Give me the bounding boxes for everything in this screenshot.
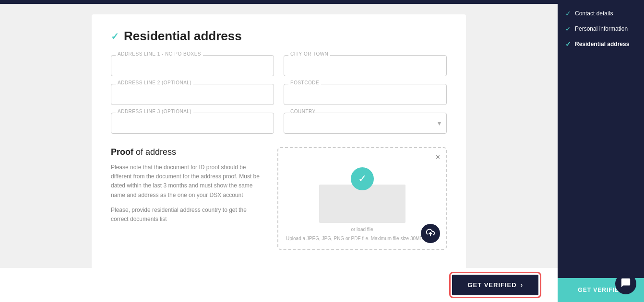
form-row-2: ADDRESS LINE 2 (OPTIONAL) POSTCODE <box>111 84 447 105</box>
postcode-input[interactable] <box>284 84 447 105</box>
residential-check-icon: ✓ <box>565 40 571 48</box>
city-label: CITY OR TOWN <box>288 51 330 57</box>
sidebar-residential-label: Residential address <box>575 41 629 47</box>
address-line-2-input[interactable] <box>111 84 274 105</box>
contact-check-icon: ✓ <box>565 10 571 17</box>
sidebar-item-contact: ✓ Contact details <box>565 10 636 17</box>
bottom-bar: GET VERIFIED › <box>0 268 558 302</box>
main-content: ✓ Residential address ADDRESS LINE 1 - N… <box>0 0 558 302</box>
upload-button[interactable] <box>421 224 440 243</box>
chat-button[interactable] <box>615 273 636 294</box>
address-line-3-label: ADDRESS LINE 3 (OPTIONAL) <box>116 109 193 114</box>
form-row-3: ADDRESS LINE 3 (OPTIONAL) COUNTRY <box>111 113 447 134</box>
address-line-3-group: ADDRESS LINE 3 (OPTIONAL) <box>111 113 274 134</box>
sidebar-item-personal: ✓ Personal information <box>565 25 636 33</box>
address-line-1-input[interactable] <box>111 55 274 76</box>
section-title: ✓ Residential address <box>111 29 447 44</box>
upload-area[interactable]: × ✓ or load file Upload a JPEG, JPG, PNG… <box>277 147 447 250</box>
address-line-1-label: ADDRESS LINE 1 - NO PO BOXES <box>116 51 203 57</box>
proof-text: Proof of address Please note that the do… <box>111 147 263 250</box>
chat-icon <box>620 278 631 290</box>
address-line-2-group: ADDRESS LINE 2 (OPTIONAL) <box>111 84 274 105</box>
address-line-2-label: ADDRESS LINE 2 (OPTIONAL) <box>116 80 193 85</box>
upload-success-icon: ✓ <box>351 167 374 190</box>
upload-close-button[interactable]: × <box>436 153 440 162</box>
personal-check-icon: ✓ <box>565 25 571 33</box>
country-select-wrapper <box>284 113 447 134</box>
upload-icon <box>426 228 435 239</box>
proof-title-rest: of address <box>133 147 176 157</box>
form-row-1: ADDRESS LINE 1 - NO PO BOXES CITY OR TOW… <box>111 55 447 76</box>
get-verified-bottom-label: GET VERIFIED <box>467 281 516 289</box>
get-verified-arrow-icon: › <box>521 281 523 289</box>
proof-title: Proof of address <box>111 147 263 157</box>
sidebar-items: ✓ Contact details ✓ Personal information… <box>558 0 644 278</box>
postcode-group: POSTCODE <box>284 84 447 105</box>
top-bar <box>0 0 644 4</box>
city-input[interactable] <box>284 55 447 76</box>
section-check-icon: ✓ <box>111 31 119 42</box>
sidebar-contact-label: Contact details <box>575 10 613 17</box>
proof-title-bold: Proof <box>111 147 133 157</box>
postcode-label: POSTCODE <box>288 80 321 85</box>
form-card: ✓ Residential address ADDRESS LINE 1 - N… <box>92 14 466 269</box>
sidebar: ✓ Contact details ✓ Personal information… <box>558 0 644 302</box>
proof-description-2: Please, provide residential address coun… <box>111 206 263 224</box>
sidebar-personal-label: Personal information <box>575 25 628 32</box>
upload-thumbnail <box>319 185 405 223</box>
address-line-1-group: ADDRESS LINE 1 - NO PO BOXES <box>111 55 274 76</box>
check-mark-icon: ✓ <box>358 173 367 185</box>
country-group: COUNTRY <box>284 113 447 134</box>
city-group: CITY OR TOWN <box>284 55 447 76</box>
address-line-3-input[interactable] <box>111 113 274 134</box>
proof-section: Proof of address Please note that the do… <box>111 147 447 250</box>
country-select[interactable] <box>284 113 447 134</box>
proof-description-1: Please note that the document for ID pro… <box>111 163 263 200</box>
upload-filename: or load file <box>351 227 373 232</box>
get-verified-bottom-button[interactable]: GET VERIFIED › <box>452 275 538 295</box>
page-title: Residential address <box>124 29 242 44</box>
upload-info: Upload a JPEG, JPG, PNG or PDF file. Max… <box>286 236 438 241</box>
sidebar-item-residential: ✓ Residential address <box>565 40 636 48</box>
